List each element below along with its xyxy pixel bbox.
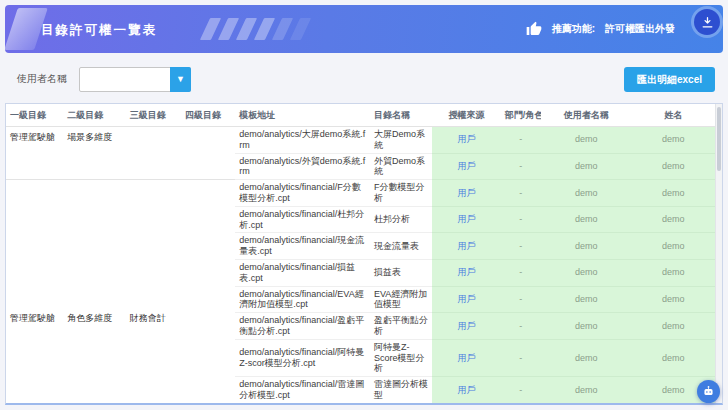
level2-cell: 角色多維度: [63, 180, 125, 405]
directory-name-cell: EVA經濟附加值模型: [370, 286, 432, 313]
dept-role-cell: -: [501, 403, 541, 405]
template-path-cell: demo/analytics/大屏demo系統.frm: [235, 127, 370, 154]
realname-cell: demo: [631, 180, 715, 207]
level2-cell: 場景多維度: [63, 127, 125, 180]
auth-source-cell: 用戶: [432, 127, 500, 154]
username-cell: demo: [541, 153, 632, 180]
auth-source-cell: 用戶: [432, 286, 500, 313]
directory-name-cell: 盈虧平衡點分析: [370, 313, 432, 340]
auth-source-cell: 用戶: [432, 339, 500, 376]
chevron-down-icon[interactable]: ▼: [170, 67, 191, 92]
realname-cell: demo: [631, 206, 715, 233]
column-header: 模板地址: [235, 104, 370, 127]
auth-source-cell: 用戶: [432, 377, 500, 404]
dept-role-cell: -: [501, 206, 541, 233]
scrollbar-thumb[interactable]: [717, 107, 721, 171]
dept-role-cell: -: [501, 339, 541, 376]
export-excel-button[interactable]: 匯出明細excel: [624, 67, 715, 92]
realname-cell: demo: [631, 339, 715, 376]
auth-source-cell: 用戶: [432, 259, 500, 286]
robot-icon: [702, 385, 715, 398]
dept-role-cell: -: [501, 286, 541, 313]
column-header: 四級目錄: [181, 104, 235, 127]
level4-cell: [181, 180, 235, 405]
directory-name-cell: 現金流量表: [370, 233, 432, 260]
realname-cell: demo: [631, 259, 715, 286]
username-cell: demo: [541, 127, 632, 154]
realname-cell: demo: [631, 403, 715, 405]
realname-cell: demo: [631, 233, 715, 260]
dept-role-cell: -: [501, 313, 541, 340]
username-cell: demo: [541, 339, 632, 376]
promo-link[interactable]: 許可權匯出外發: [605, 22, 675, 36]
directory-name-cell: 巴薩利分數模型分析: [370, 403, 432, 405]
table-row: 管理駕駛艙角色多維度財務會計demo/analytics/financial/F…: [6, 180, 715, 207]
template-path-cell: demo/analytics/financial/盈虧平衡點分析.cpt: [235, 313, 370, 340]
template-path-cell: demo/analytics/financial/雷達圖分析模型.cpt: [235, 377, 370, 404]
template-path-cell: demo/analytics/financial/阿特曼Z-scor模型分析.c…: [235, 339, 370, 376]
permission-table: 一級目錄二級目錄三級目錄四級目錄模板地址目錄名稱授權來源部門/角色使用者名稱姓名…: [6, 104, 715, 405]
directory-name-cell: 損益表: [370, 259, 432, 286]
permission-table-container: 一級目錄二級目錄三級目錄四級目錄模板地址目錄名稱授權來源部門/角色使用者名稱姓名…: [5, 103, 723, 405]
vertical-scrollbar[interactable]: [715, 104, 722, 403]
auth-source-cell: 用戶: [432, 180, 500, 207]
thumbs-up-icon: [526, 21, 542, 37]
download-button[interactable]: [694, 9, 720, 35]
directory-name-cell: 外貿Demo系統: [370, 153, 432, 180]
column-header: 授權來源: [432, 104, 500, 127]
auth-source-cell: 用戶: [432, 233, 500, 260]
column-header: 使用者名稱: [541, 104, 632, 127]
column-header: 部門/角色: [501, 104, 541, 127]
page-banner: 目錄許可權一覽表 推薦功能: 許可權匯出外發: [5, 5, 723, 53]
level1-cell: 管理駕駛艙: [6, 127, 63, 180]
filter-bar: 使用者名稱 ▼ 匯出明細excel: [5, 58, 723, 100]
dept-role-cell: -: [501, 377, 541, 404]
dept-role-cell: -: [501, 180, 541, 207]
directory-name-cell: 阿特曼Z-Score模型分析: [370, 339, 432, 376]
username-cell: demo: [541, 259, 632, 286]
username-cell: demo: [541, 286, 632, 313]
realname-cell: demo: [631, 313, 715, 340]
username-cell: demo: [541, 206, 632, 233]
column-header: 二級目錄: [63, 104, 125, 127]
realname-cell: demo: [631, 286, 715, 313]
table-row: 管理駕駛艙場景多維度demo/analytics/大屏demo系統.frm大屏D…: [6, 127, 715, 154]
username-cell: demo: [541, 313, 632, 340]
level1-cell: 管理駕駛艙: [6, 180, 63, 405]
template-path-cell: demo/analytics/financial/巴薩利分數模型分析.cpt: [235, 403, 370, 405]
level3-cell: [126, 127, 181, 180]
username-select[interactable]: ▼: [79, 67, 191, 92]
template-path-cell: demo/analytics/financial/損益表.cpt: [235, 259, 370, 286]
dept-role-cell: -: [501, 259, 541, 286]
auth-source-cell: 用戶: [432, 206, 500, 233]
realname-cell: demo: [631, 127, 715, 154]
template-path-cell: demo/analytics/外貿demo系統.frm: [235, 153, 370, 180]
username-filter-label: 使用者名稱: [17, 58, 67, 100]
auth-source-cell: 用戶: [432, 403, 500, 405]
dept-role-cell: -: [501, 233, 541, 260]
level3-cell: 財務會計: [126, 180, 181, 405]
username-cell: demo: [541, 377, 632, 404]
template-path-cell: demo/analytics/financial/F分數模型分析.cpt: [235, 180, 370, 207]
dept-role-cell: -: [501, 127, 541, 154]
level4-cell: [181, 127, 235, 180]
username-cell: demo: [541, 180, 632, 207]
auth-source-cell: 用戶: [432, 313, 500, 340]
dept-role-cell: -: [501, 153, 541, 180]
username-cell: demo: [541, 233, 632, 260]
table-body: 管理駕駛艙場景多維度demo/analytics/大屏demo系統.frm大屏D…: [6, 127, 715, 406]
column-header: 目錄名稱: [370, 104, 432, 127]
directory-name-cell: F分數模型分析: [370, 180, 432, 207]
promo-label: 推薦功能:: [552, 22, 595, 36]
assistant-chat-button[interactable]: [697, 380, 720, 403]
directory-name-cell: 雷達圖分析模型: [370, 377, 432, 404]
column-header: 三級目錄: [126, 104, 181, 127]
column-header: 一級目錄: [6, 104, 63, 127]
download-icon: [701, 16, 714, 29]
column-header: 姓名: [631, 104, 715, 127]
template-path-cell: demo/analytics/financial/現金流量表.cpt: [235, 233, 370, 260]
directory-name-cell: 杜邦分析: [370, 206, 432, 233]
realname-cell: demo: [631, 153, 715, 180]
template-path-cell: demo/analytics/financial/EVA經濟附加值模型.cpt: [235, 286, 370, 313]
username-cell: demo: [541, 403, 632, 405]
